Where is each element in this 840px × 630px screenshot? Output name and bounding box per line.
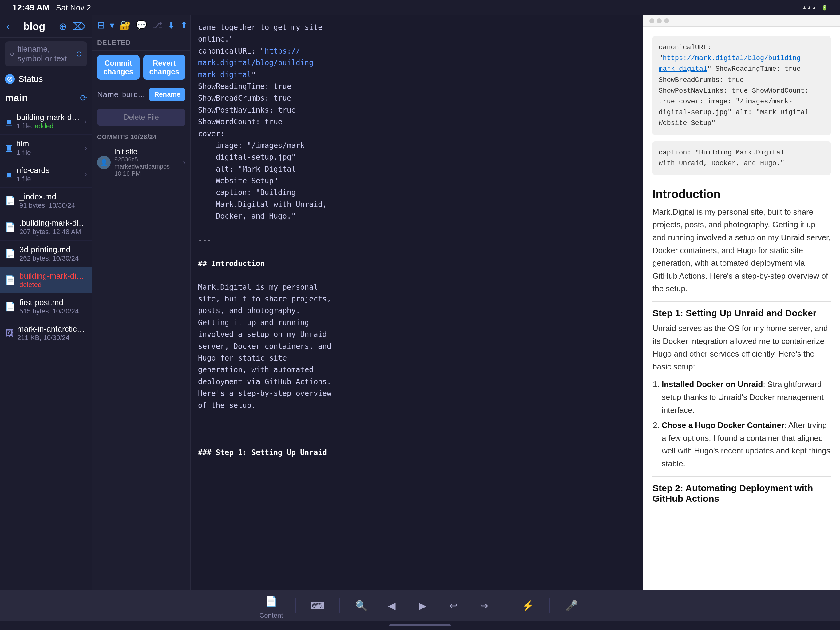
chevron-right-icon: › [85, 144, 87, 152]
name-label: Name [97, 90, 118, 99]
preview-step1-body: Unraid serves as the OS for my home serv… [652, 322, 831, 373]
status-bar: 12:49 AM Sat Nov 2 ▲▲▲ 🔋 [0, 0, 840, 15]
file-item-first-post[interactable]: 📄 first-post.md 515 bytes, 10/30/24 [0, 293, 92, 320]
delete-file-button[interactable]: Delete File [97, 109, 185, 126]
image-icon: 🖼 [5, 328, 14, 338]
rename-button[interactable]: Rename [149, 88, 185, 101]
commits-header: COMMITS 10/28/24 [97, 133, 185, 141]
lightning-icon[interactable]: ⚡ [519, 597, 537, 615]
back-button[interactable]: ‹ [6, 21, 10, 32]
wifi-icon: ▲▲▲ [802, 5, 816, 11]
dropdown-icon[interactable]: ▾ [110, 20, 114, 30]
search-input[interactable]: filename, symbol or text [17, 44, 73, 63]
branch-name: main [5, 92, 28, 104]
file-item-index-md[interactable]: 📄 _index.md 91 bytes, 10/30/24 [0, 188, 92, 214]
battery-icon: 🔋 [821, 5, 828, 11]
sidebar-toggle-icon[interactable]: ⊞ [97, 20, 105, 30]
commits-section: COMMITS 10/28/24 👤 init site 92506c5 mar… [92, 130, 190, 184]
doc-deleted-icon: 📄 [5, 275, 16, 285]
toolbar-separator-3 [506, 598, 507, 613]
bottom-area: 📄 Content ⌨ 🔍 ◀ ▶ ↩ ↪ ⚡ 🎤 [0, 590, 840, 630]
toolbar-separator [295, 598, 296, 613]
doc-icon: 📄 [5, 222, 16, 232]
next-icon[interactable]: ▶ [414, 597, 432, 615]
preview-content[interactable]: canonicalURL: "https://mark.digital/blog… [643, 27, 840, 590]
file-info: building-mark-digital.md deleted [19, 271, 87, 289]
middle-panel: ⊞ ▾ 🔐 💬 ⎇ ⬇ ⬆ ⊕ DELETED Commit changes R… [92, 15, 191, 590]
file-item-building-mark-digital-md[interactable]: 📄 building-mark-digital.md deleted [0, 267, 92, 293]
code-content[interactable]: came together to get my site online." ca… [191, 15, 643, 590]
action-buttons: Commit changes Revert changes [92, 51, 190, 84]
middle-toolbar: ⊞ ▾ 🔐 💬 ⎇ ⬇ ⬆ ⊕ [92, 15, 190, 35]
undo-icon[interactable]: ↩ [444, 597, 463, 615]
chevron-right-icon: › [85, 117, 87, 126]
content-tool[interactable]: 📄 Content [259, 592, 283, 619]
svg-point-0 [8, 77, 12, 81]
status-date: Sat Nov 2 [56, 3, 91, 13]
search-tool-icon[interactable]: 🔍 [352, 597, 371, 615]
toolbar-separator-4 [549, 598, 550, 613]
mic-icon[interactable]: 🎤 [562, 597, 581, 615]
search-container: ○ filename, symbol or text ⊙ [0, 38, 92, 70]
branch-sync-icon[interactable]: ⟳ [80, 93, 87, 103]
folder-icon: ▣ [5, 143, 13, 153]
preview-intro-heading: Introduction [652, 188, 831, 201]
file-name: first-post.md [19, 298, 87, 307]
file-meta: 1 file [17, 175, 81, 183]
file-item-3d-printing[interactable]: 📄 3d-printing.md 262 bytes, 10/30/24 [0, 241, 92, 267]
file-item-nfc-cards[interactable]: ▣ nfc-cards 1 file › [0, 161, 92, 188]
status-time: 12:49 AM [12, 3, 50, 13]
bottom-toolbar: 📄 Content ⌨ 🔍 ◀ ▶ ↩ ↪ ⚡ 🎤 [0, 590, 840, 621]
file-name: building-mark-digital.md [19, 271, 87, 281]
dot-2 [657, 19, 662, 24]
redo-icon[interactable]: ↪ [475, 597, 494, 615]
add-icon[interactable]: ⊕ [59, 21, 67, 32]
file-item-building-mark-digital[interactable]: ▣ building-mark-digital 1 file, added › [0, 108, 92, 135]
file-name: 3d-printing.md [19, 245, 87, 255]
status-icons: ▲▲▲ 🔋 [802, 5, 828, 11]
prev-icon[interactable]: ◀ [383, 597, 401, 615]
folder-icon: ▣ [5, 116, 13, 127]
comment-icon[interactable]: 💬 [136, 20, 147, 30]
commit-item[interactable]: 👤 init site 92506c5 markedwardcampos 10:… [97, 144, 185, 180]
branch-icon[interactable]: ⎇ [152, 20, 163, 30]
sidebar: ‹ blog ⊕ ⌦ ○ filename, symbol or text ⊙ … [0, 15, 92, 590]
file-name: _index.md [19, 192, 87, 201]
toolbar-separator-2 [339, 598, 340, 613]
file-info: mark-in-antarctica.jpeg 211 KB, 10/30/24 [17, 324, 87, 342]
download-icon[interactable]: ⬇ [167, 20, 175, 30]
bookmark-icon[interactable]: ⌦ [72, 21, 86, 32]
upload-icon[interactable]: ⬆ [180, 20, 188, 30]
filter-icon[interactable]: ⊙ [76, 49, 82, 58]
list-item-1: Installed Docker on Unraid: Straightforw… [662, 378, 831, 416]
file-name: nfc-cards [17, 166, 81, 175]
file-info: nfc-cards 1 file [17, 166, 81, 183]
name-row: Name building-mark-digita... Rename [92, 84, 190, 105]
fingerprint-icon[interactable]: 🔐 [119, 20, 131, 30]
commit-avatar: 👤 [97, 156, 111, 169]
commit-changes-button[interactable]: Commit changes [97, 55, 140, 80]
commit-info: init site 92506c5 markedwardcampos 10:16… [114, 147, 179, 177]
file-item-icloud[interactable]: 📄 .building-mark-digital.md.iclo... 207 … [0, 214, 92, 241]
file-meta: 262 bytes, 10/30/24 [19, 255, 87, 263]
status-indicator [5, 74, 15, 84]
list-item-2: Chose a Hugo Docker Container: After try… [662, 419, 831, 470]
search-box[interactable]: ○ filename, symbol or text ⊙ [5, 41, 87, 66]
name-value: building-mark-digita... [122, 90, 145, 99]
preview-divider-3 [652, 476, 831, 477]
preview-code-top: canonicalURL: "https://mark.digital/blog… [652, 36, 831, 135]
commit-meta: 92506c5 markedwardcampos 10:16 PM [114, 156, 179, 177]
search-icon: ○ [10, 49, 14, 58]
file-item-mark-in-antarctica[interactable]: 🖼 mark-in-antarctica.jpeg 211 KB, 10/30/… [0, 320, 92, 347]
file-info: _index.md 91 bytes, 10/30/24 [19, 192, 87, 209]
revert-changes-button[interactable]: Revert changes [143, 55, 186, 80]
doc-icon: 📄 [5, 249, 16, 259]
preview-step2-heading: Step 2: Automating Deployment with GitHu… [652, 483, 831, 504]
deleted-label: DELETED [92, 35, 190, 51]
preview-divider-2 [652, 301, 831, 302]
toolbar-left-icons: ⊞ ▾ 🔐 💬 ⎇ ⬇ ⬆ ⊕ [97, 20, 201, 30]
chevron-right-icon: › [85, 170, 87, 179]
file-item-film[interactable]: ▣ film 1 file › [0, 135, 92, 161]
keyboard-icon[interactable]: ⌨ [308, 597, 327, 615]
status-label: Status [19, 74, 43, 84]
